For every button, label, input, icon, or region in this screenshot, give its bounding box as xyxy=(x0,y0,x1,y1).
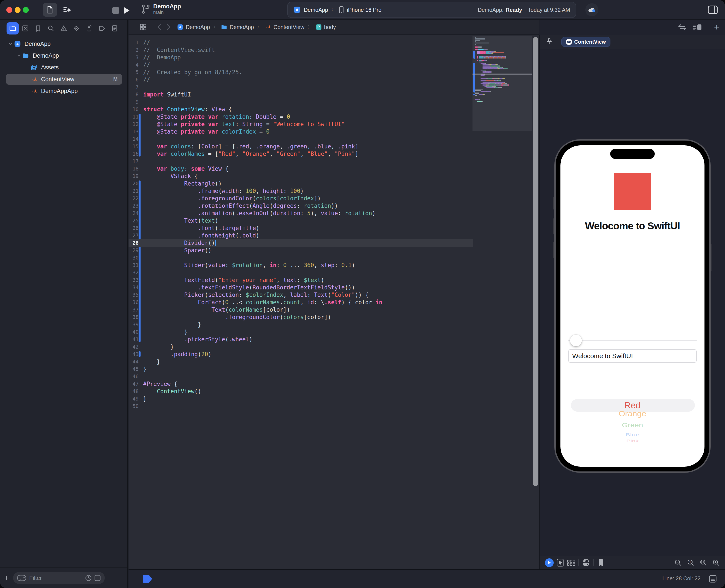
variants-button[interactable] xyxy=(566,557,577,568)
code-line-14[interactable]: 14 xyxy=(129,135,473,143)
picker-item-Pink[interactable]: Pink xyxy=(560,439,704,443)
code-line-15[interactable]: 15 var colors: [Color] = [.red, .orange,… xyxy=(129,143,473,150)
add-editor-button[interactable]: + xyxy=(714,22,719,33)
code-line-47[interactable]: 47#Preview { xyxy=(129,380,473,387)
code-line-12[interactable]: 12 @State private var text: String = "We… xyxy=(129,121,473,128)
code-line-45[interactable]: 45} xyxy=(129,365,473,373)
code-line-33[interactable]: 33 TextField("Enter your name", text: $t… xyxy=(129,276,473,284)
back-button[interactable] xyxy=(156,24,162,30)
navigator-tab-issues[interactable] xyxy=(58,22,70,35)
code-line-21[interactable]: 21 .frame(width: 100, height: 100) xyxy=(129,187,473,195)
code-line-22[interactable]: 22 .foregroundColor(colors[colorIndex]) xyxy=(129,195,473,202)
code-line-18[interactable]: 18 var body: some View { xyxy=(129,165,473,172)
code-line-24[interactable]: 24 .animation(.easeInOut(duration: 5), v… xyxy=(129,210,473,217)
code-line-17[interactable]: 17 xyxy=(129,158,473,165)
code-line-7[interactable]: 7 xyxy=(129,83,473,91)
preview-textfield[interactable]: Welocome to SwiftUI xyxy=(568,349,697,363)
code-line-44[interactable]: 44 } xyxy=(129,358,473,365)
selectable-mode-button[interactable] xyxy=(555,557,566,568)
code-line-46[interactable]: 46 xyxy=(129,373,473,380)
toggle-inspector-button[interactable] xyxy=(707,4,719,16)
code-line-42[interactable]: 42 } xyxy=(129,343,473,351)
zoom-window-button[interactable] xyxy=(23,7,29,13)
run-button[interactable] xyxy=(122,6,131,15)
cloud-account-button[interactable] xyxy=(585,3,598,16)
code-line-39[interactable]: 39 } xyxy=(129,321,473,328)
code-line-36[interactable]: 36 ForEach(0 ..< colorNames.count, id: \… xyxy=(129,299,473,306)
code-line-11[interactable]: 11 @State private var rotation: Double =… xyxy=(129,113,473,121)
zoom-in-button[interactable] xyxy=(710,557,722,568)
chevron-down-icon[interactable] xyxy=(16,54,22,58)
code-line-6[interactable]: 6// xyxy=(129,76,473,83)
related-items-button[interactable] xyxy=(140,23,147,31)
code-line-25[interactable]: 25 Text(text) xyxy=(129,217,473,224)
code-line-38[interactable]: 38 .foregroundColor(colors[color]) xyxy=(129,313,473,321)
filter-field[interactable]: Filter xyxy=(13,572,105,584)
breadcrumb-ContentView[interactable]: ContentView xyxy=(265,24,304,30)
code-line-10[interactable]: 10struct ContentView: View { xyxy=(129,106,473,113)
navigator-tab-bookmarks[interactable] xyxy=(32,22,44,35)
preview-tag[interactable]: ContentView xyxy=(561,37,611,47)
live-preview-button[interactable] xyxy=(544,557,555,568)
code-line-8[interactable]: 8import SwiftUI xyxy=(129,91,473,98)
code-line-48[interactable]: 48 ContentView() xyxy=(129,387,473,395)
code-line-41[interactable]: 41 .pickerStyle(.wheel) xyxy=(129,336,473,343)
navigator-tab-project[interactable] xyxy=(6,22,19,35)
code-line-34[interactable]: 34 .textFieldStyle(RoundedBorderTextFiel… xyxy=(129,284,473,291)
code-line-29[interactable]: 29 Spacer() xyxy=(129,247,473,254)
add-file-button[interactable]: + xyxy=(0,573,13,583)
show-document-items-button[interactable] xyxy=(43,3,57,17)
forward-button[interactable] xyxy=(166,24,171,30)
code-line-26[interactable]: 26 .font(.largeTitle) xyxy=(129,224,473,232)
editor-options-button[interactable] xyxy=(692,23,702,31)
editor-scrollbar[interactable] xyxy=(533,37,538,486)
pin-icon[interactable] xyxy=(546,38,553,46)
breadcrumb-DemoApp[interactable]: ADemoApp xyxy=(177,24,210,30)
preview-slider-knob[interactable] xyxy=(570,335,582,346)
minimap[interactable] xyxy=(472,36,532,131)
code-line-31[interactable]: 31 Slider(value: $rotation, in: 0 ... 36… xyxy=(129,261,473,269)
zoom-out-button[interactable] xyxy=(673,557,684,568)
picker-item-Green[interactable]: Green xyxy=(560,422,704,428)
code-lines[interactable]: 1//2// ContentView.swift3// DemoApp4//5/… xyxy=(129,39,473,410)
picker-item-Blue[interactable]: Blue xyxy=(560,432,704,437)
navigator-tab-breakpoints[interactable] xyxy=(96,22,108,35)
picker-item-Orange[interactable]: Orange xyxy=(560,410,704,418)
close-window-button[interactable] xyxy=(6,7,12,13)
code-line-2[interactable]: 2// ContentView.swift xyxy=(129,46,473,54)
code-line-28[interactable]: 28 Divider() xyxy=(129,239,473,247)
preview-device-button[interactable] xyxy=(595,557,606,568)
live-issues-swap-button[interactable] xyxy=(678,23,687,31)
iphone-preview[interactable]: Welocome to SwiftUI Welocome to SwiftUI … xyxy=(554,139,710,473)
code-line-4[interactable]: 4// xyxy=(129,61,473,68)
navigator-tab-reports[interactable] xyxy=(108,22,121,35)
code-line-37[interactable]: 37 Text(colorNames[color]) xyxy=(129,306,473,313)
editor-display-button[interactable] xyxy=(708,574,717,584)
tree-item-Assets[interactable]: Assets xyxy=(0,62,127,74)
code-line-13[interactable]: 13 @State private var colorIndex = 0 xyxy=(129,128,473,135)
code-line-5[interactable]: 5// Created by go on 8/18/25. xyxy=(129,68,473,76)
code-line-20[interactable]: 20 Rectangle() xyxy=(129,180,473,187)
code-line-35[interactable]: 35 Picker(selection: $colorIndex, label:… xyxy=(129,291,473,299)
code-line-1[interactable]: 1// xyxy=(129,39,473,46)
code-line-30[interactable]: 30 xyxy=(129,254,473,261)
zoom-fit-button[interactable] xyxy=(698,557,709,568)
code-line-40[interactable]: 40 } xyxy=(129,328,473,336)
ai-assistant-button[interactable] xyxy=(61,4,73,16)
breadcrumb-body[interactable]: Pbody xyxy=(315,24,336,30)
tree-item-DemoApp[interactable]: DemoApp xyxy=(0,50,127,62)
tree-item-DemoApp[interactable]: ADemoApp xyxy=(0,38,127,50)
navigator-tab-find[interactable] xyxy=(45,22,57,35)
tree-item-DemoAppApp[interactable]: DemoAppApp xyxy=(0,85,127,97)
navigator-tab-source-control[interactable] xyxy=(19,22,31,35)
code-line-16[interactable]: 16 var colorNames = ["Red", "Orange", "G… xyxy=(129,150,473,158)
scheme-destination-bar[interactable]: A DemoApp 〉 iPhone 16 Pro DemoApp: Ready… xyxy=(287,2,576,18)
stop-button[interactable] xyxy=(111,6,120,15)
source-editor[interactable]: 1//2// ContentView.swift3// DemoApp4//5/… xyxy=(129,35,539,569)
chevron-down-icon[interactable] xyxy=(7,42,14,46)
code-line-19[interactable]: 19 VStack { xyxy=(129,172,473,180)
code-line-9[interactable]: 9 xyxy=(129,98,473,106)
breadcrumb-DemoApp[interactable]: DemoApp xyxy=(221,24,254,30)
code-line-32[interactable]: 32 xyxy=(129,269,473,276)
code-line-3[interactable]: 3// DemoApp xyxy=(129,54,473,61)
